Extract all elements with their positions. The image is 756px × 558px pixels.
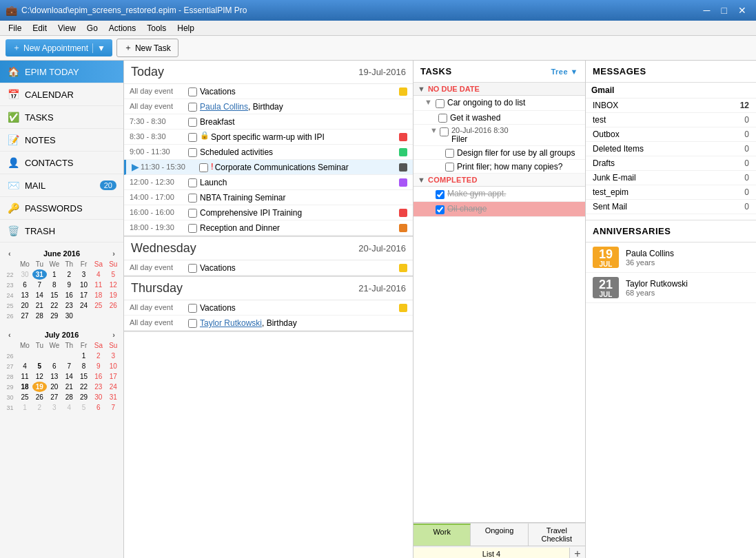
- message-item-test-epim[interactable]: test_epim 0: [586, 185, 756, 200]
- cal-day[interactable]: 24: [106, 382, 121, 392]
- cal-day[interactable]: 4: [17, 361, 32, 371]
- cal-day-today[interactable]: 19: [32, 382, 47, 392]
- cal-day[interactable]: 22: [47, 300, 62, 311]
- cal-day[interactable]: 6: [17, 280, 32, 290]
- menu-file[interactable]: File: [3, 22, 27, 34]
- event-row-current[interactable]: ▶ 11:30 - 15:30 ! Corporate Communicatio…: [124, 160, 413, 175]
- cal-day[interactable]: 4: [62, 402, 76, 413]
- event-checkbox[interactable]: [188, 264, 197, 273]
- cal-day[interactable]: 13: [17, 290, 32, 300]
- cal-day[interactable]: 28: [62, 392, 76, 402]
- sidebar-item-contacts[interactable]: 👤 CONTACTS: [0, 152, 123, 174]
- cal-day[interactable]: 16: [62, 290, 76, 300]
- menu-tools[interactable]: Tools: [141, 22, 172, 34]
- cal-day[interactable]: 8: [76, 361, 91, 371]
- cal-day[interactable]: 27: [17, 311, 32, 321]
- expand-icon[interactable]: ▼: [425, 98, 436, 106]
- cal-day[interactable]: 21: [32, 300, 47, 311]
- message-item-drafts[interactable]: Drafts 0: [586, 156, 756, 171]
- event-checkbox[interactable]: [188, 209, 197, 218]
- task-checkbox[interactable]: [436, 190, 445, 199]
- minimize-button[interactable]: ─: [699, 3, 715, 17]
- event-link[interactable]: Paula Collins: [200, 102, 248, 112]
- event-row[interactable]: All day event Vacations: [124, 84, 413, 99]
- cal-day[interactable]: 23: [91, 382, 105, 392]
- cal-day[interactable]: 14: [32, 290, 47, 300]
- cal-day[interactable]: 5: [32, 361, 47, 371]
- event-checkbox[interactable]: [188, 319, 197, 328]
- next-month-july-btn[interactable]: ›: [110, 331, 118, 339]
- cal-day[interactable]: [62, 351, 76, 361]
- cal-day[interactable]: 1: [17, 402, 32, 413]
- cal-day[interactable]: [106, 311, 121, 321]
- menu-view[interactable]: View: [52, 22, 81, 34]
- cal-day[interactable]: 3: [106, 351, 121, 361]
- cal-day[interactable]: 26: [106, 300, 121, 311]
- sidebar-item-tasks[interactable]: ✅ TASKS: [0, 106, 123, 129]
- event-checkbox[interactable]: [188, 87, 197, 96]
- cal-day[interactable]: 9: [62, 280, 76, 290]
- prev-month-btn[interactable]: ‹: [6, 249, 14, 258]
- cal-day[interactable]: 11: [17, 371, 32, 382]
- cal-day[interactable]: 1: [47, 269, 62, 280]
- event-row[interactable]: All day event Paula Collins, Birthday: [124, 99, 413, 114]
- cal-day[interactable]: [47, 351, 62, 361]
- cal-day[interactable]: 3: [47, 402, 62, 413]
- cal-day[interactable]: [17, 351, 32, 361]
- tab-list4[interactable]: List 4: [413, 548, 570, 558]
- cal-day[interactable]: 31: [32, 269, 47, 280]
- cal-day[interactable]: 16: [91, 371, 105, 382]
- event-checkbox[interactable]: [188, 194, 197, 203]
- event-checkbox[interactable]: [188, 133, 197, 142]
- task-checkbox[interactable]: [445, 163, 454, 172]
- cal-day[interactable]: 31: [106, 392, 121, 402]
- cal-day[interactable]: 12: [106, 280, 121, 290]
- cal-day[interactable]: 23: [62, 300, 76, 311]
- event-checkbox[interactable]: [188, 178, 197, 187]
- task-checkbox[interactable]: [440, 127, 449, 136]
- cal-day[interactable]: 5: [106, 269, 121, 280]
- cal-day[interactable]: 20: [47, 382, 62, 392]
- message-item-deleted-items[interactable]: Deleted Items 0: [586, 142, 756, 156]
- cal-day[interactable]: 8: [47, 280, 62, 290]
- event-row[interactable]: 9:00 - 11:30 Scheduled activities: [124, 145, 413, 160]
- task-item-make-gym[interactable]: Make gym appt.: [413, 187, 585, 202]
- maximize-button[interactable]: □: [717, 3, 731, 17]
- cal-day[interactable]: 21: [62, 382, 76, 392]
- cal-day[interactable]: 20: [17, 300, 32, 311]
- cal-day[interactable]: 15: [47, 290, 62, 300]
- task-group-completed[interactable]: ▼ COMPLETED: [413, 174, 585, 187]
- message-item-sent-mail[interactable]: Sent Mail 0: [586, 200, 756, 214]
- message-item-junk[interactable]: Junk E-mail 0: [586, 171, 756, 185]
- event-row[interactable]: 16:00 - 16:00 Comprehensive IPI Training: [124, 205, 413, 220]
- add-list-button[interactable]: +: [570, 546, 585, 558]
- cal-day[interactable]: 22: [76, 382, 91, 392]
- event-row[interactable]: 8:30 - 8:30 🔒 Sport specific warm-up wit…: [124, 130, 413, 145]
- cal-day[interactable]: 4: [91, 269, 105, 280]
- cal-day[interactable]: 17: [76, 290, 91, 300]
- event-checkbox[interactable]: [188, 103, 197, 112]
- cal-day[interactable]: 12: [32, 371, 47, 382]
- next-month-btn[interactable]: ›: [110, 249, 118, 258]
- cal-day[interactable]: [32, 351, 47, 361]
- task-item-oil-change[interactable]: Oil change: [413, 202, 585, 217]
- cal-day[interactable]: 1: [76, 351, 91, 361]
- task-sub-sub-item[interactable]: Print filer; how many copies?: [413, 160, 585, 174]
- cal-day[interactable]: 30: [91, 392, 105, 402]
- event-checkbox[interactable]: [188, 304, 197, 313]
- cal-day[interactable]: 18: [17, 382, 32, 392]
- event-row[interactable]: All day event Taylor Rutkowski, Birthday: [124, 316, 413, 331]
- tasks-tree-button[interactable]: Tree ▼: [551, 68, 578, 76]
- sidebar-item-calendar[interactable]: 📅 CALENDAR: [0, 83, 123, 106]
- sidebar-item-passwords[interactable]: 🔑 PASSWORDS: [0, 197, 123, 220]
- task-checkbox[interactable]: [438, 114, 447, 123]
- cal-day[interactable]: 19: [106, 290, 121, 300]
- anniversary-item-taylor[interactable]: 21 JUL Taylor Rutkowski 68 years: [586, 273, 756, 303]
- cal-day[interactable]: 2: [62, 269, 76, 280]
- tab-travel-checklist[interactable]: Travel Checklist: [529, 524, 585, 546]
- task-sub-sub-item[interactable]: Design filer for use by all groups: [413, 146, 585, 160]
- close-button[interactable]: ✕: [734, 3, 750, 17]
- event-checkbox[interactable]: [188, 224, 197, 233]
- new-task-button[interactable]: ＋ New Task: [116, 39, 178, 57]
- cal-day[interactable]: 29: [47, 311, 62, 321]
